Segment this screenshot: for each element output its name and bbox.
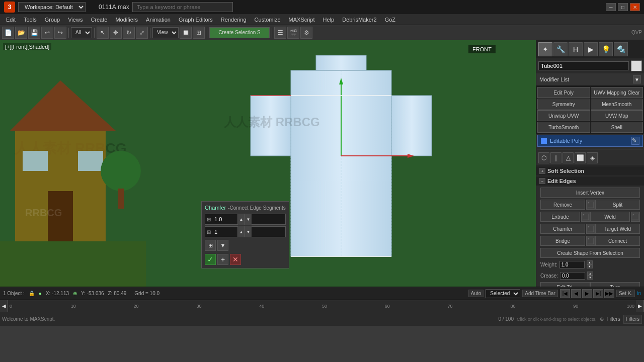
chamfer-option-btn[interactable]: ▼: [217, 240, 228, 251]
menu-animation[interactable]: Animation: [142, 14, 175, 25]
menu-graph-editors[interactable]: Graph Editors: [175, 14, 217, 25]
menu-create[interactable]: Create: [87, 14, 111, 25]
menu-debrismaker[interactable]: DebrisMaker2: [338, 14, 380, 25]
edit-tri-btn[interactable]: Edit Tri.: [540, 282, 590, 287]
minimize-button[interactable]: ─: [606, 3, 616, 11]
mod-uvwmapping[interactable]: UWV Mapping Clear: [591, 87, 643, 98]
extrude-btn[interactable]: Extrude: [540, 212, 580, 222]
sub-icon-4[interactable]: ⬜: [575, 152, 586, 163]
viewport[interactable]: [+][Front][Shaded] FRONT 人人素材 RRBCG: [0, 40, 536, 287]
crease-input[interactable]: [560, 272, 585, 280]
next-frame-btn[interactable]: ▶▶: [604, 289, 614, 298]
tab-motion[interactable]: ▶: [584, 42, 598, 56]
tab-modify[interactable]: 🔧: [553, 42, 568, 56]
weight-spin-down[interactable]: ▼: [587, 264, 593, 268]
extrude-settings-btn[interactable]: ⬛: [581, 212, 590, 222]
scale-tool[interactable]: ⤢: [136, 27, 148, 39]
connect-btn[interactable]: Connect: [595, 236, 640, 246]
weight-input[interactable]: [559, 261, 585, 268]
menu-tools[interactable]: Tools: [20, 14, 41, 25]
sub-icon-2[interactable]: |: [550, 152, 561, 163]
chamfer-spin-down1[interactable]: ▼: [245, 214, 252, 225]
remove-settings-btn[interactable]: ⬛: [586, 200, 595, 210]
tab-utilities[interactable]: 🔩: [614, 42, 628, 56]
create-selection-btn[interactable]: Create Selection S: [209, 27, 270, 38]
timeline-right-arrow[interactable]: ▶: [636, 300, 644, 312]
sub-icon-3[interactable]: △: [562, 152, 574, 163]
step-fwd-btn[interactable]: ▶|: [593, 289, 603, 298]
open-button[interactable]: 📂: [15, 27, 27, 39]
prev-frame-btn[interactable]: |◀: [560, 289, 570, 298]
chamfer-spin-up2[interactable]: ▲: [237, 226, 245, 237]
menu-group[interactable]: Group: [41, 14, 64, 25]
mod-meshsmooth[interactable]: MeshSmooth: [591, 99, 643, 110]
editable-poly-edit-btn[interactable]: ✎: [631, 137, 639, 145]
menu-goz[interactable]: GoZ: [381, 14, 399, 25]
snap-btn[interactable]: 🔲: [180, 27, 192, 39]
layer-btn[interactable]: ☰: [274, 27, 286, 39]
object-name-input[interactable]: [538, 61, 629, 70]
menu-modifiers[interactable]: Modifiers: [111, 14, 142, 25]
weld-btn[interactable]: Weld: [590, 212, 630, 222]
step-back-btn[interactable]: ◀: [571, 289, 581, 298]
add-timebar-btn[interactable]: Add Time Bar: [522, 290, 558, 297]
split-btn[interactable]: Split: [595, 200, 640, 210]
move-tool[interactable]: ✥: [110, 27, 122, 39]
tab-hierarchy[interactable]: H: [569, 42, 583, 56]
editable-poly-row[interactable]: Editable Poly ✎: [537, 135, 643, 147]
view-dropdown[interactable]: View: [152, 27, 179, 38]
chamfer-spin-down2[interactable]: ▼: [245, 226, 252, 237]
mod-unwrapuvw[interactable]: Unwrap UVW: [537, 110, 590, 121]
chamfer-mode-btn[interactable]: ⊞: [205, 240, 216, 251]
chamfer-value1-field[interactable]: ⊞ ▲ ▼: [205, 214, 286, 225]
undo-button[interactable]: ↩: [41, 27, 53, 39]
sub-icon-5[interactable]: ◈: [587, 152, 598, 163]
setkey-btn[interactable]: Set K.: [616, 290, 635, 297]
selected-dropdown[interactable]: Selected: [486, 289, 520, 298]
menu-maxscript[interactable]: MAXScript: [285, 14, 319, 25]
timeline-track[interactable]: 0 10 20 30 40 50 60 70 80 90 100: [8, 300, 636, 312]
menu-edit[interactable]: Edit: [2, 14, 20, 25]
bridge-btn[interactable]: Bridge: [540, 236, 585, 246]
mod-editpoly[interactable]: Edit Poly: [537, 87, 590, 98]
chamfer-add-button[interactable]: +: [217, 254, 228, 265]
target-weld-btn[interactable]: Target Weld: [595, 224, 640, 234]
render-btn[interactable]: 🎬: [287, 27, 299, 39]
mod-uvwmap[interactable]: UVW Map: [591, 110, 643, 121]
menu-rendering[interactable]: Rendering: [217, 14, 251, 25]
maximize-button[interactable]: □: [618, 3, 628, 11]
close-button[interactable]: ✕: [630, 3, 640, 11]
remove-btn[interactable]: Remove: [540, 200, 585, 210]
filters-btn[interactable]: Filters: [623, 315, 642, 324]
weld-settings-btn[interactable]: ⬛: [631, 212, 640, 222]
object-color-button[interactable]: [631, 60, 642, 71]
tab-display[interactable]: 💡: [599, 42, 613, 56]
chamfer-settings-btn[interactable]: ⬛: [586, 224, 595, 234]
chamfer-ok-button[interactable]: ✓: [205, 254, 216, 265]
chamfer-btn[interactable]: Chamfer: [540, 224, 585, 234]
mod-symmetry[interactable]: Symmetry: [537, 99, 590, 110]
bridge-settings-btn[interactable]: ⬛: [586, 236, 595, 246]
turn-btn[interactable]: Turn: [590, 282, 640, 287]
play-btn[interactable]: ▶: [582, 289, 592, 298]
settings-btn[interactable]: ⚙: [300, 27, 312, 39]
auto-key-btn[interactable]: Auto: [468, 290, 484, 297]
crease-spin-up[interactable]: ▲: [587, 272, 593, 276]
new-button[interactable]: 📄: [2, 27, 14, 39]
save-button[interactable]: 💾: [28, 27, 40, 39]
mod-turbosmooth[interactable]: TurboSmooth: [537, 122, 590, 133]
insert-vertex-btn[interactable]: Insert Vertex: [540, 188, 640, 198]
chamfer-value1-input[interactable]: [212, 215, 237, 223]
chamfer-cancel-button[interactable]: ✕: [230, 254, 241, 265]
redo-button[interactable]: ↪: [54, 27, 66, 39]
weight-spin-up[interactable]: ▲: [587, 260, 593, 264]
filter-dropdown[interactable]: All: [71, 27, 92, 38]
tab-create[interactable]: ✦: [538, 42, 552, 56]
workspace-dropdown[interactable]: Workspace: Default: [18, 2, 86, 12]
chamfer-value2-field[interactable]: ⊞ ▲ ▼: [205, 226, 286, 237]
crease-spin-down[interactable]: ▼: [587, 276, 593, 280]
menu-views[interactable]: Views: [64, 14, 87, 25]
mod-shell[interactable]: Shell: [591, 122, 643, 133]
timeline-left-arrow[interactable]: ◀: [0, 300, 8, 312]
rotate-tool[interactable]: ↻: [123, 27, 135, 39]
